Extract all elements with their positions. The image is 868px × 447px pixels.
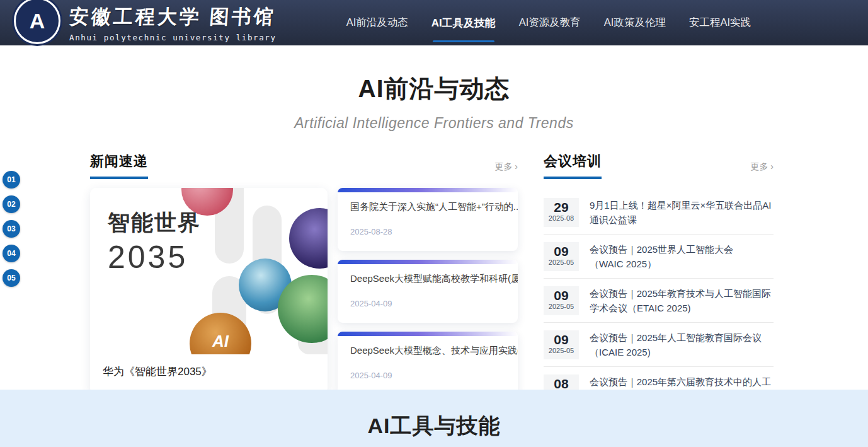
conference-section: 会议培训 更多 › 29 2025-08 9月1日上线！超星×阿里云×华五联合出… xyxy=(544,152,774,411)
pager-dot-04[interactable]: 04 xyxy=(3,245,20,262)
news-more-link[interactable]: 更多 › xyxy=(494,161,518,179)
news-title: DeepSeek大模型赋能高校教学和科研(厦门... xyxy=(338,264,518,285)
news-date: 2025-08-28 xyxy=(338,227,518,236)
conference-title: 会议预告｜2025年人工智能教育国际会议 （ICAIE 2025) xyxy=(590,330,762,359)
date-box: 29 2025-08 xyxy=(544,198,579,227)
conference-item[interactable]: 29 2025-08 9月1日上线！超星×阿里云×华五联合出品AI通识公益课 xyxy=(544,190,774,235)
pager-dot-03[interactable]: 03 xyxy=(3,220,20,238)
card-accent-bar xyxy=(338,260,518,264)
logo-text: 安徽工程大学 图书馆 Anhui polytechnic university … xyxy=(69,4,277,42)
conference-item[interactable]: 09 2025-05 会议预告｜2025世界人工智能大会 （WAIC 2025） xyxy=(544,235,774,279)
conference-list: 29 2025-08 9月1日上线！超星×阿里云×华五联合出品AI通识公益课 0… xyxy=(544,190,774,411)
news-list-item[interactable]: DeepSeek大模型概念、技术与应用实践(厦... 2025-04-09 xyxy=(338,332,518,395)
main-nav: AI前沿及动态 AI工具及技能 AI资源及教育 AI政策及伦理 安工程AI实践 xyxy=(346,0,751,45)
news-title: DeepSeek大模型概念、技术与应用实践(厦... xyxy=(338,336,518,357)
conference-section-title: 会议培训 xyxy=(544,152,602,179)
feature-news-image: AI 智能世界 2035 xyxy=(90,188,328,354)
conference-item[interactable]: 09 2025-05 会议预告｜2025年教育技术与人工智能国际学术会议（ETA… xyxy=(544,279,774,323)
news-date: 2025-04-09 xyxy=(338,371,518,380)
card-accent-bar xyxy=(338,188,518,192)
ai-sphere-label: AI xyxy=(212,332,229,351)
nav-item-ai-policy[interactable]: AI政策及伦理 xyxy=(604,0,666,45)
ai-tools-section-title: AI工具与技能 xyxy=(0,390,868,441)
conference-title: 会议预告｜2025世界人工智能大会 （WAIC 2025） xyxy=(590,242,733,271)
pager-dot-05[interactable]: 05 xyxy=(3,269,20,287)
logo-subtitle: Anhui polytechnic university library xyxy=(69,33,277,42)
date-box: 09 2025-05 xyxy=(544,242,579,271)
site-header: A 安徽工程大学 图书馆 Anhui polytechnic universit… xyxy=(0,0,868,45)
pager-dot-01[interactable]: 01 xyxy=(3,171,20,189)
card-accent-bar xyxy=(338,332,518,336)
feature-news-caption: 华为《智能世界2035》 xyxy=(90,354,328,389)
conference-title: 9月1日上线！超星×阿里云×华五联合出品AI通识公益课 xyxy=(590,198,774,227)
carousel-pagination: 01 02 03 04 05 xyxy=(3,171,20,287)
date-box: 09 2025-05 xyxy=(544,286,579,315)
nav-item-ai-resources[interactable]: AI资源及教育 xyxy=(519,0,581,45)
decor-sphere-purple xyxy=(289,208,328,269)
conference-item[interactable]: 09 2025-05 会议预告｜2025年人工智能教育国际会议 （ICAIE 2… xyxy=(544,323,774,367)
feature-news-card[interactable]: AI 智能世界 2035 华为《智能世界2035》 xyxy=(90,188,328,395)
seal-letter: A xyxy=(30,9,45,33)
conference-more-link[interactable]: 更多 › xyxy=(750,161,774,179)
news-title: 国务院关于深入实施“人工智能+”行动的... xyxy=(338,192,518,213)
page-head: AI前沿与动态 Artificial Intelligence Frontier… xyxy=(0,45,868,132)
nav-item-ai-practice[interactable]: 安工程AI实践 xyxy=(689,0,751,45)
ai-tools-section: AI工具与技能 xyxy=(0,390,868,447)
nav-item-ai-frontiers[interactable]: AI前沿及动态 xyxy=(346,0,408,45)
news-list: 国务院关于深入实施“人工智能+”行动的... 2025-08-28 DeepSe… xyxy=(338,188,518,395)
news-section-title: 新闻速递 xyxy=(90,152,148,179)
date-box: 09 2025-05 xyxy=(544,330,579,359)
page-subtitle: Artificial Intelligence Frontiers and Tr… xyxy=(0,115,868,132)
news-list-item[interactable]: DeepSeek大模型赋能高校教学和科研(厦门... 2025-04-09 xyxy=(338,260,518,323)
conference-title: 会议预告｜2025年教育技术与人工智能国际学术会议（ETAIC 2025) xyxy=(590,286,774,315)
pager-dot-02[interactable]: 02 xyxy=(3,195,20,213)
feature-image-title: 智能世界 2035 xyxy=(108,208,201,276)
page-title: AI前沿与动态 xyxy=(0,72,868,106)
news-date: 2025-04-09 xyxy=(338,299,518,308)
news-section: 新闻速递 更多 › AI 智能世界 xyxy=(90,152,518,411)
news-list-item[interactable]: 国务院关于深入实施“人工智能+”行动的... 2025-08-28 xyxy=(338,188,518,251)
nav-item-ai-tools[interactable]: AI工具及技能 xyxy=(431,0,496,45)
main-content: 新闻速递 更多 › AI 智能世界 xyxy=(0,152,868,411)
logo-title: 安徽工程大学 图书馆 xyxy=(69,4,277,30)
university-seal-icon: A xyxy=(14,0,60,44)
library-logo[interactable]: A 安徽工程大学 图书馆 Anhui polytechnic universit… xyxy=(14,1,277,44)
